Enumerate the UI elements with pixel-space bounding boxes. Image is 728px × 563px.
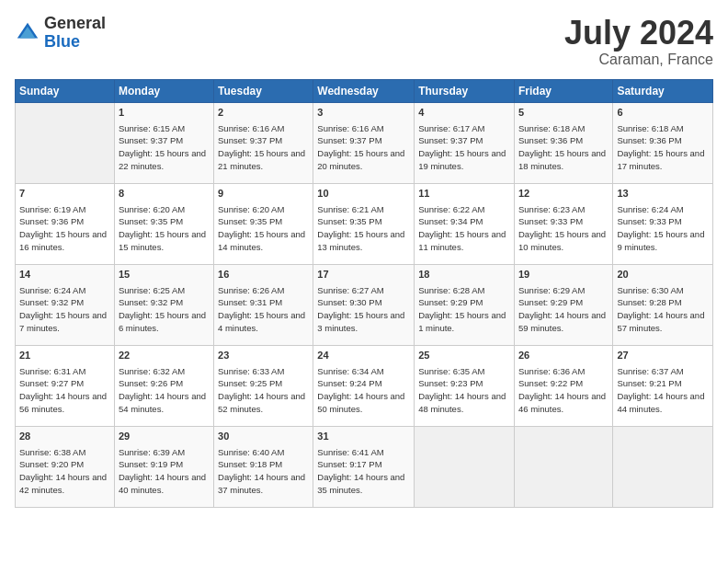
- calendar-cell: 10Sunrise: 6:21 AMSunset: 9:35 PMDayligh…: [313, 183, 415, 264]
- col-sunday: Sunday: [16, 79, 115, 102]
- calendar-cell: [613, 426, 713, 507]
- calendar-cell: 16Sunrise: 6:26 AMSunset: 9:31 PMDayligh…: [214, 264, 313, 345]
- page-header: General Blue July 2024 Caraman, France: [15, 15, 713, 68]
- col-tuesday: Tuesday: [214, 79, 313, 102]
- day-number: 12: [518, 187, 609, 201]
- location: Caraman, France: [564, 52, 713, 68]
- calendar-cell: 7Sunrise: 6:19 AMSunset: 9:36 PMDaylight…: [16, 183, 115, 264]
- day-number: 11: [418, 187, 510, 201]
- col-thursday: Thursday: [415, 79, 515, 102]
- day-number: 7: [19, 187, 110, 201]
- calendar-cell: 24Sunrise: 6:34 AMSunset: 9:24 PMDayligh…: [313, 345, 415, 426]
- calendar-cell: [16, 102, 115, 183]
- calendar-cell: 2Sunrise: 6:16 AMSunset: 9:37 PMDaylight…: [214, 102, 313, 183]
- day-number: 19: [518, 268, 609, 282]
- calendar-cell: 28Sunrise: 6:38 AMSunset: 9:20 PMDayligh…: [16, 426, 115, 507]
- col-saturday: Saturday: [613, 79, 713, 102]
- day-number: 14: [19, 268, 110, 282]
- col-wednesday: Wednesday: [313, 79, 415, 102]
- day-number: 13: [617, 187, 709, 201]
- logo-blue: Blue: [44, 33, 106, 52]
- day-number: 21: [19, 349, 110, 363]
- calendar-cell: 25Sunrise: 6:35 AMSunset: 9:23 PMDayligh…: [415, 345, 515, 426]
- month-year: July 2024: [564, 15, 713, 52]
- col-monday: Monday: [114, 79, 213, 102]
- calendar-week-row: 14Sunrise: 6:24 AMSunset: 9:32 PMDayligh…: [16, 264, 713, 345]
- day-number: 29: [119, 430, 210, 444]
- calendar-cell: 5Sunrise: 6:18 AMSunset: 9:36 PMDaylight…: [514, 102, 612, 183]
- day-number: 31: [317, 430, 410, 444]
- logo: General Blue: [15, 15, 106, 52]
- day-number: 15: [119, 268, 210, 282]
- day-number: 30: [218, 430, 309, 444]
- calendar-cell: 29Sunrise: 6:39 AMSunset: 9:19 PMDayligh…: [114, 426, 213, 507]
- calendar-cell: 11Sunrise: 6:22 AMSunset: 9:34 PMDayligh…: [415, 183, 515, 264]
- calendar-cell: [415, 426, 515, 507]
- calendar-cell: [514, 426, 612, 507]
- calendar-cell: 23Sunrise: 6:33 AMSunset: 9:25 PMDayligh…: [214, 345, 313, 426]
- calendar-week-row: 7Sunrise: 6:19 AMSunset: 9:36 PMDaylight…: [16, 183, 713, 264]
- calendar-cell: 19Sunrise: 6:29 AMSunset: 9:29 PMDayligh…: [514, 264, 612, 345]
- day-number: 4: [418, 106, 510, 121]
- day-number: 1: [119, 106, 210, 121]
- day-number: 27: [617, 349, 709, 363]
- day-number: 3: [317, 106, 410, 121]
- calendar-cell: 6Sunrise: 6:18 AMSunset: 9:36 PMDaylight…: [613, 102, 713, 183]
- calendar-cell: 21Sunrise: 6:31 AMSunset: 9:27 PMDayligh…: [16, 345, 115, 426]
- col-friday: Friday: [514, 79, 612, 102]
- day-number: 24: [317, 349, 410, 363]
- calendar-cell: 20Sunrise: 6:30 AMSunset: 9:28 PMDayligh…: [613, 264, 713, 345]
- calendar-cell: 4Sunrise: 6:17 AMSunset: 9:37 PMDaylight…: [415, 102, 515, 183]
- day-number: 8: [119, 187, 210, 201]
- day-number: 2: [218, 106, 309, 121]
- calendar-cell: 30Sunrise: 6:40 AMSunset: 9:18 PMDayligh…: [214, 426, 313, 507]
- day-number: 20: [617, 268, 709, 282]
- logo-icon: [15, 20, 40, 46]
- calendar-cell: 14Sunrise: 6:24 AMSunset: 9:32 PMDayligh…: [16, 264, 115, 345]
- calendar-cell: 8Sunrise: 6:20 AMSunset: 9:35 PMDaylight…: [114, 183, 213, 264]
- day-number: 22: [119, 349, 210, 363]
- calendar-cell: 13Sunrise: 6:24 AMSunset: 9:33 PMDayligh…: [613, 183, 713, 264]
- page-container: General Blue July 2024 Caraman, France S…: [0, 0, 728, 515]
- day-number: 28: [19, 430, 110, 444]
- calendar-cell: 27Sunrise: 6:37 AMSunset: 9:21 PMDayligh…: [613, 345, 713, 426]
- calendar-week-row: 28Sunrise: 6:38 AMSunset: 9:20 PMDayligh…: [16, 426, 713, 507]
- day-number: 23: [218, 349, 309, 363]
- calendar-cell: 12Sunrise: 6:23 AMSunset: 9:33 PMDayligh…: [514, 183, 612, 264]
- logo-general: General: [44, 15, 106, 33]
- calendar-cell: 3Sunrise: 6:16 AMSunset: 9:37 PMDaylight…: [313, 102, 415, 183]
- day-number: 9: [218, 187, 309, 201]
- day-number: 25: [418, 349, 510, 363]
- calendar-cell: 1Sunrise: 6:15 AMSunset: 9:37 PMDaylight…: [114, 102, 213, 183]
- day-number: 10: [317, 187, 410, 201]
- day-number: 6: [617, 106, 709, 121]
- day-number: 5: [518, 106, 609, 121]
- day-number: 18: [418, 268, 510, 282]
- calendar-header-row: Sunday Monday Tuesday Wednesday Thursday…: [16, 79, 713, 102]
- calendar-week-row: 21Sunrise: 6:31 AMSunset: 9:27 PMDayligh…: [16, 345, 713, 426]
- calendar-table: Sunday Monday Tuesday Wednesday Thursday…: [15, 79, 713, 508]
- calendar-cell: 18Sunrise: 6:28 AMSunset: 9:29 PMDayligh…: [415, 264, 515, 345]
- day-number: 16: [218, 268, 309, 282]
- calendar-cell: 15Sunrise: 6:25 AMSunset: 9:32 PMDayligh…: [114, 264, 213, 345]
- calendar-cell: 26Sunrise: 6:36 AMSunset: 9:22 PMDayligh…: [514, 345, 612, 426]
- calendar-cell: 17Sunrise: 6:27 AMSunset: 9:30 PMDayligh…: [313, 264, 415, 345]
- day-number: 17: [317, 268, 410, 282]
- calendar-cell: 31Sunrise: 6:41 AMSunset: 9:17 PMDayligh…: [313, 426, 415, 507]
- calendar-cell: 22Sunrise: 6:32 AMSunset: 9:26 PMDayligh…: [114, 345, 213, 426]
- calendar-week-row: 1Sunrise: 6:15 AMSunset: 9:37 PMDaylight…: [16, 102, 713, 183]
- calendar-cell: 9Sunrise: 6:20 AMSunset: 9:35 PMDaylight…: [214, 183, 313, 264]
- day-number: 26: [518, 349, 609, 363]
- title-section: July 2024 Caraman, France: [564, 15, 713, 68]
- logo-text: General Blue: [44, 15, 106, 52]
